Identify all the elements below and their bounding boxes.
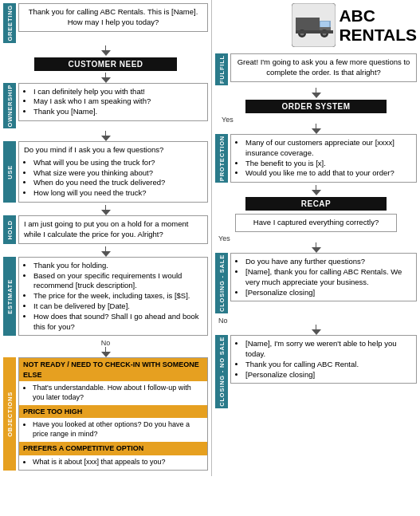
ownership-item-3: Thank you [Name]. <box>33 107 202 117</box>
arrow-r2 <box>312 124 321 134</box>
estimate-item-3: The price for the week, including taxes,… <box>33 291 202 301</box>
yes-label-recap: Yes <box>218 234 230 242</box>
closing-sale-item-1: Do you have any further questions? <box>245 257 411 267</box>
arrow-r1 <box>312 88 321 98</box>
closing-no-sale-item-2: Thank you for calling ABC Rental. <box>245 360 411 370</box>
ownership-tab: OWNERSHIP <box>3 83 16 128</box>
arrow-no <box>101 347 111 357</box>
estimate-tab: ESTIMATE <box>3 257 16 337</box>
objections-tab: OBJECTIONS <box>3 357 16 470</box>
objections-label: OBJECTIONS <box>6 390 14 439</box>
logo-text: ABC RENTALS <box>339 6 417 43</box>
protection-item-3: Would you like me to add that to your or… <box>245 168 411 179</box>
arrow-1 <box>101 45 111 56</box>
fulfill-tab: FULFILL <box>215 53 228 85</box>
customer-need-block: CUSTOMER NEED <box>3 57 208 71</box>
use-item-4: How long will you need the truck? <box>33 188 202 199</box>
arrow-r5 <box>312 325 321 335</box>
greeting-text: Thank you for calling ABC Rentals. This … <box>18 3 208 32</box>
estimate-label: ESTIMATE <box>6 278 14 316</box>
no-label-row: No <box>101 339 111 347</box>
objections-inner: NOT READY / NEED TO CHECK-IN WITH SOMEON… <box>16 357 208 470</box>
no-label: No <box>101 339 111 347</box>
greeting-tab: GREETING <box>3 3 16 43</box>
page-wrapper: GREETING Thank you for calling ABC Renta… <box>0 0 420 476</box>
use-text: Do you mind if I ask you a few questions… <box>18 141 208 203</box>
protection-text: Many of our customers appreciate our [xx… <box>230 134 417 183</box>
estimate-item-1: Thank you for holding. <box>33 261 202 271</box>
logo-line1: ABC <box>339 6 417 25</box>
objections-section: OBJECTIONS NOT READY / NEED TO CHECK-IN … <box>3 357 208 470</box>
closing-no-sale-tab: CLOSING - NO SALE <box>215 335 228 408</box>
arrow-r3 <box>312 185 321 195</box>
use-inner: Do you mind if I ask you a few questions… <box>16 141 208 203</box>
estimate-item-4: It can be delivered by [Date]. <box>33 301 202 312</box>
arrow-4 <box>101 205 111 215</box>
svg-rect-4 <box>320 22 329 27</box>
estimate-item-5: How does that sound? Shall I go ahead an… <box>33 312 202 333</box>
recap-text-block: Have I captured everything correctly? <box>235 214 396 232</box>
estimate-inner: Thank you for holding. Based on your spe… <box>16 257 208 337</box>
protection-item-1: Many of our customers appreciate our [xx… <box>245 138 411 159</box>
price-high-text: Have you looked at other options? Do you… <box>19 418 207 442</box>
greeting-section: GREETING Thank you for calling ABC Renta… <box>3 3 208 43</box>
ownership-item-1: I can definitely help you with that! <box>33 87 202 97</box>
use-tab: USE <box>3 141 16 203</box>
use-label: USE <box>6 163 14 181</box>
truck-icon <box>292 3 336 47</box>
greeting-label: GREETING <box>6 3 14 43</box>
logo-area: ABC RENTALS <box>215 3 417 47</box>
closing-sale-item-3: [Personalize closing] <box>245 288 411 298</box>
right-column: ABC RENTALS FULFILL Great! I'm going to … <box>211 0 420 476</box>
closing-no-sale-text: [Name], I'm sorry we weren't able to hel… <box>230 335 417 384</box>
left-column: GREETING Thank you for calling ABC Renta… <box>0 0 211 476</box>
competitive-text: What is it about [xxx] that appeals to y… <box>19 455 207 470</box>
protection-label: PROTECTION <box>218 134 226 183</box>
arrow-3 <box>101 131 111 141</box>
fulfill-label: FULFILL <box>218 53 226 85</box>
ownership-inner: I can definitely help you with that! May… <box>16 83 208 128</box>
use-section: USE Do you mind if I ask you a few quest… <box>3 141 208 203</box>
fulfill-section: FULFILL Great! I'm going to ask you a fe… <box>215 53 417 85</box>
no-label-row-right: No <box>218 317 420 325</box>
fulfill-inner: Great! I'm going to ask you a few more q… <box>228 53 417 85</box>
yes-label-right: Yes <box>222 116 234 124</box>
estimate-section: ESTIMATE Thank you for holding. Based on… <box>3 257 208 337</box>
ownership-text: I can definitely help you with that! May… <box>18 83 208 121</box>
closing-no-sale-item-3: [Personalize closing] <box>245 370 411 380</box>
use-intro: Do you mind if I ask you a few questions… <box>24 145 202 156</box>
recap-label: RECAP <box>245 197 387 211</box>
closing-no-sale-section: CLOSING - NO SALE [Name], I'm sorry we w… <box>215 335 417 408</box>
hold-section: HOLD I am just going to put you on a hol… <box>3 215 208 244</box>
closing-no-sale-inner: [Name], I'm sorry we weren't able to hel… <box>228 335 417 408</box>
branch-no-left: No <box>3 339 208 357</box>
competitive-header: PREFERS A COMPETITIVE OPTION <box>19 442 207 455</box>
hold-inner: I am just going to put you on a hold for… <box>16 215 208 244</box>
competitive-item: What is it about [xxx] that appeals to y… <box>33 457 203 467</box>
closing-no-sale-item-1: [Name], I'm sorry we weren't able to hel… <box>245 339 411 360</box>
price-high-header: PRICE TOO HIGH <box>19 405 207 418</box>
order-system-block: ORDER SYSTEM <box>215 100 417 113</box>
branch-no-row: No <box>3 339 208 357</box>
arrow-r4 <box>312 242 321 253</box>
estimate-item-2: Based on your specific requirements I wo… <box>33 271 202 292</box>
closing-sale-text: Do you have any further questions? [Name… <box>230 253 417 301</box>
hold-label: HOLD <box>6 219 14 241</box>
not-ready-header: NOT READY / NEED TO CHECK-IN WITH SOMEON… <box>19 358 207 380</box>
protection-inner: Many of our customers appreciate our [xx… <box>228 134 417 183</box>
no-label-right: No <box>218 317 228 325</box>
estimate-text: Thank you for holding. Based on your spe… <box>18 257 208 337</box>
logo-line2: RENTALS <box>339 26 417 44</box>
yes-label-row-recap: Yes <box>218 234 420 242</box>
objections-box: NOT READY / NEED TO CHECK-IN WITH SOMEON… <box>18 357 208 470</box>
use-item-1: What will you be using the truck for? <box>33 158 202 168</box>
recap-block: RECAP <box>215 197 417 211</box>
ownership-label: OWNERSHIP <box>6 83 14 128</box>
not-ready-text: That's understandable. How about I follo… <box>19 381 207 405</box>
closing-sale-label: CLOSING - SALE <box>218 253 226 313</box>
not-ready-item: That's understandable. How about I follo… <box>33 383 203 402</box>
hold-text: I am just going to put you on a hold for… <box>18 215 208 244</box>
closing-sale-section: CLOSING - SALE Do you have any further q… <box>215 253 417 313</box>
order-system-label: ORDER SYSTEM <box>245 100 387 113</box>
arrow-5 <box>101 246 111 257</box>
